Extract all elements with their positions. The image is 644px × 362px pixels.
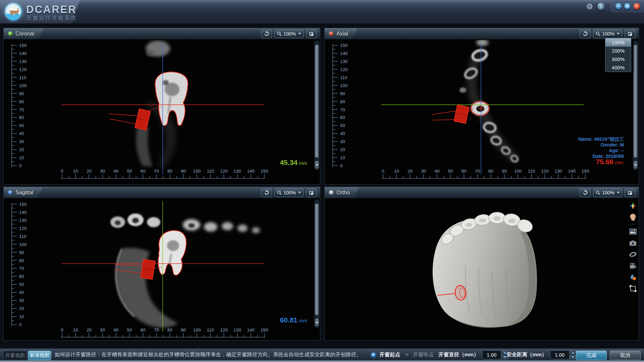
video-camera-icon: [629, 263, 637, 269]
undo-icon: [582, 31, 588, 36]
coronal-scrollbar[interactable]: [314, 41, 319, 170]
svg-text:70: 70: [475, 169, 480, 174]
ortho-zoom-button[interactable]: 100%: [593, 188, 622, 197]
sagittal-canvas[interactable]: 0102030405060708090100110120130140150 01…: [4, 199, 320, 340]
ortho-reset-button[interactable]: [580, 188, 591, 197]
expand-icon: [309, 190, 314, 195]
axial-maximize-button[interactable]: [625, 29, 636, 38]
axial-canvas[interactable]: 0102030405060708090100110120130140150 01…: [325, 40, 639, 184]
skin-render-button[interactable]: [629, 213, 637, 222]
svg-text:0: 0: [19, 163, 22, 168]
color-drop-icon: [630, 274, 636, 281]
maximize-button[interactable]: [624, 3, 631, 9]
snapshot-button[interactable]: [629, 227, 637, 236]
sagittal-ct-image: 0102030405060708090100110120130140150 01…: [4, 199, 320, 340]
settings-button[interactable]: [585, 2, 594, 11]
svg-text:140: 140: [340, 51, 348, 56]
view-orientation-button[interactable]: [629, 201, 637, 210]
coronal-scrollbar-down-arrow[interactable]: [315, 161, 319, 169]
zoom-option-400[interactable]: 400%: [605, 63, 631, 72]
ortho-maximize-button[interactable]: [625, 188, 636, 197]
svg-text:40: 40: [19, 290, 24, 295]
magnifier-icon: [596, 32, 600, 36]
sagittal-scrollbar-down-arrow[interactable]: [315, 318, 319, 326]
window-start-label: 开窗起点: [379, 351, 400, 358]
coronal-status-dot: [8, 32, 12, 36]
sagittal-reset-button[interactable]: [261, 188, 272, 197]
cancel-button[interactable]: 取消: [610, 351, 641, 360]
coronal-zoom-button[interactable]: 100%: [274, 29, 304, 38]
coronal-reset-button[interactable]: [261, 29, 272, 38]
svg-text:40: 40: [340, 131, 345, 136]
svg-text:150: 150: [261, 169, 268, 174]
sagittal-maximize-button[interactable]: [306, 188, 317, 197]
svg-text:130: 130: [19, 59, 27, 64]
axial-tab: Axial: [325, 28, 358, 39]
svg-text:70: 70: [19, 107, 24, 112]
window-start-radio[interactable]: [371, 352, 376, 358]
sagittal-scrollbar[interactable]: [314, 199, 319, 327]
svg-text:30: 30: [421, 169, 426, 174]
axial-status-dot: [329, 32, 333, 36]
record-video-button[interactable]: [629, 261, 637, 270]
svg-text:140: 140: [568, 169, 576, 174]
coronal-header: Coronal 100%: [4, 28, 320, 40]
rotate-3d-button[interactable]: [629, 250, 637, 259]
camera-button[interactable]: [629, 239, 637, 247]
zoom-option-200[interactable]: 200%: [605, 47, 631, 55]
svg-text:90: 90: [340, 91, 345, 96]
toolbar-divider: [630, 224, 636, 225]
axial-zoom-button[interactable]: 100%: [593, 29, 622, 38]
svg-text:60: 60: [462, 169, 467, 174]
bottom-toolbar: 开窗视图 标准视图 如何设计开窗路径：在牙槽骨表面和接近根尖处的牙槽骨位置按顺序…: [0, 349, 644, 362]
window-start-radio-group: 开窗起点: [371, 349, 400, 361]
svg-text:100: 100: [193, 169, 201, 174]
diameter-input[interactable]: [482, 350, 501, 359]
safety-step-up-button[interactable]: [570, 351, 576, 355]
undo-icon: [582, 190, 588, 195]
finish-button[interactable]: 完成: [576, 351, 607, 360]
svg-text:150: 150: [19, 43, 27, 48]
help-button[interactable]: i: [597, 2, 605, 11]
svg-text:40: 40: [113, 169, 118, 174]
svg-text:20: 20: [408, 169, 413, 174]
close-button[interactable]: ✕: [634, 3, 640, 9]
coronal-tooth-outline: [155, 72, 188, 126]
render-style-button[interactable]: [629, 273, 637, 282]
svg-text:120: 120: [19, 67, 27, 72]
coronal-horizontal-ruler: 0102030405060708090100110120130140150: [61, 169, 268, 178]
axial-viewport: Axial 100% 100% 200: [324, 28, 639, 185]
window-end-radio[interactable]: [405, 352, 410, 358]
undo-icon: [264, 190, 269, 195]
safety-input[interactable]: [550, 350, 570, 359]
axial-scrollbar-down-arrow[interactable]: [634, 161, 637, 169]
svg-text:80: 80: [19, 258, 24, 263]
coronal-maximize-button[interactable]: [306, 29, 317, 38]
svg-text:40: 40: [19, 131, 24, 136]
coronal-canvas[interactable]: 0102030405060708090100110120130140150 01…: [4, 40, 320, 184]
svg-text:120: 120: [19, 226, 27, 231]
svg-text:90: 90: [181, 327, 186, 333]
svg-text:110: 110: [207, 327, 214, 333]
chevron-up-icon: [572, 352, 574, 354]
axial-reset-button[interactable]: [580, 29, 591, 38]
safety-step-down-button[interactable]: [570, 355, 576, 359]
sagittal-horizontal-ruler: 0102030405060708090100110120130140150: [61, 327, 268, 337]
standard-view-button[interactable]: 标准视图: [28, 351, 51, 360]
minimize-button[interactable]: [615, 3, 622, 9]
axial-scrollbar-thumb[interactable]: [634, 45, 637, 158]
sagittal-zoom-button[interactable]: 100%: [274, 188, 304, 197]
ortho-canvas[interactable]: [325, 199, 639, 340]
zoom-option-100[interactable]: 100%: [605, 38, 631, 47]
crop-button[interactable]: [629, 284, 637, 293]
svg-text:50: 50: [127, 169, 132, 174]
svg-text:10: 10: [73, 169, 78, 174]
coronal-title: Coronal: [15, 31, 34, 37]
sagittal-scrollbar-thumb[interactable]: [315, 204, 319, 315]
coronal-scrollbar-thumb[interactable]: [315, 45, 319, 158]
zoom-option-300[interactable]: 300%: [605, 55, 631, 63]
window-view-button[interactable]: 开窗视图: [3, 351, 27, 360]
ortho-zoom-level: 100%: [602, 190, 614, 195]
axial-scrollbar[interactable]: [633, 41, 638, 170]
svg-text:0: 0: [61, 169, 63, 174]
